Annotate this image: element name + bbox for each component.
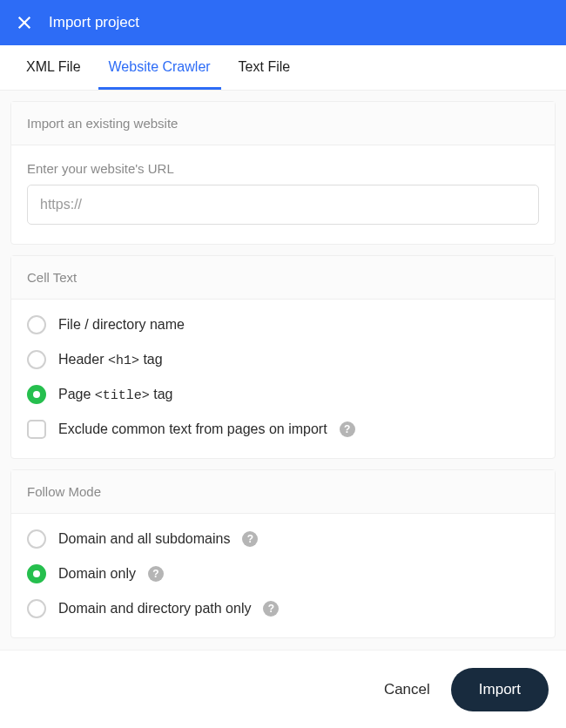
cell-text-options: File / directory name Header <h1> tag Pa… <box>27 315 539 439</box>
tab-text-file[interactable]: Text File <box>228 45 301 90</box>
content-scroll[interactable]: Import an existing website Enter your we… <box>0 91 566 650</box>
section-title-follow-mode: Follow Mode <box>11 470 555 514</box>
help-icon[interactable]: ? <box>340 421 355 437</box>
option-file-directory[interactable]: File / directory name <box>27 315 539 334</box>
section-import-website: Import an existing website Enter your we… <box>10 101 556 245</box>
option-domain-only[interactable]: Domain only ? <box>27 564 539 583</box>
import-button[interactable]: Import <box>451 668 549 711</box>
radio-icon[interactable] <box>27 529 46 549</box>
option-exclude-common-text[interactable]: Exclude common text from pages on import… <box>27 420 539 439</box>
tab-website-crawler[interactable]: Website Crawler <box>98 45 221 90</box>
section-title-website: Import an existing website <box>11 102 555 145</box>
radio-icon[interactable] <box>27 564 46 583</box>
option-h1-tag[interactable]: Header <h1> tag <box>27 350 539 369</box>
tabs-bar: XML File Website Crawler Text File <box>0 45 566 91</box>
cancel-button[interactable]: Cancel <box>379 672 435 707</box>
option-label: Header <h1> tag <box>58 352 163 368</box>
follow-mode-options: Domain and all subdomains ? Domain only … <box>27 529 539 618</box>
dialog-header: Import project <box>0 0 566 45</box>
dialog-title: Import project <box>49 14 139 31</box>
dialog-footer: Cancel Import <box>0 650 566 728</box>
radio-icon[interactable] <box>27 599 46 618</box>
option-domain-directory-path[interactable]: Domain and directory path only ? <box>27 599 539 618</box>
option-title-tag[interactable]: Page <title> tag <box>27 385 539 404</box>
url-input[interactable] <box>27 185 539 225</box>
help-icon[interactable]: ? <box>242 531 258 547</box>
radio-icon[interactable] <box>27 385 46 404</box>
section-follow-mode: Follow Mode Domain and all subdomains ? … <box>10 469 556 638</box>
radio-icon[interactable] <box>27 315 46 334</box>
section-cell-text: Cell Text File / directory name Header <… <box>10 255 556 459</box>
help-icon[interactable]: ? <box>148 566 164 582</box>
option-label: Domain only <box>58 566 136 582</box>
checkbox-icon[interactable] <box>27 420 46 439</box>
option-label: Exclude common text from pages on import <box>58 421 327 437</box>
section-title-cell-text: Cell Text <box>11 256 555 300</box>
help-icon[interactable]: ? <box>263 601 279 617</box>
url-field-label: Enter your website's URL <box>27 161 539 176</box>
option-label: Domain and directory path only <box>58 601 251 617</box>
close-icon[interactable] <box>16 14 33 31</box>
radio-icon[interactable] <box>27 350 46 369</box>
option-domain-subdomains[interactable]: Domain and all subdomains ? <box>27 529 539 549</box>
tab-xml-file[interactable]: XML File <box>16 45 91 90</box>
option-label: File / directory name <box>58 317 185 333</box>
option-label: Page <title> tag <box>58 387 173 403</box>
option-label: Domain and all subdomains <box>58 531 230 547</box>
